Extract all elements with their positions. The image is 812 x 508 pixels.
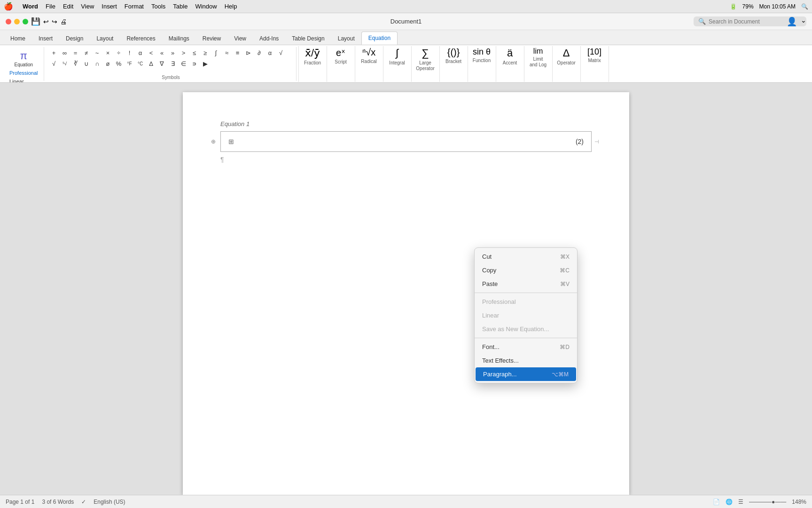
sym-percent[interactable]: % — [114, 59, 124, 69]
professional-format[interactable]: Professional — [7, 69, 41, 77]
large-operator-section[interactable]: ∑ LargeOperator — [412, 46, 440, 82]
sym-more-arrow[interactable]: ▶ — [200, 59, 211, 69]
close-button[interactable] — [6, 19, 11, 24]
tab-layout[interactable]: Layout — [90, 32, 120, 45]
accent-section[interactable]: ä Accent — [496, 46, 524, 82]
sym-degf[interactable]: °F — [125, 59, 135, 69]
radical-section[interactable]: ⁿ√x Radical — [355, 46, 383, 82]
view-web-icon[interactable]: 🌐 — [726, 499, 733, 505]
ctx-font[interactable]: Font... ⌘D — [475, 340, 577, 354]
equation-container[interactable]: ⊞ (2) — [220, 131, 592, 152]
sym-neq[interactable]: ≠ — [81, 48, 92, 58]
tab-insert[interactable]: Insert — [32, 32, 59, 45]
view-outline-icon[interactable]: ☰ — [738, 499, 743, 505]
spelling-check-icon[interactable]: ✓ — [81, 499, 86, 505]
sym-tilde[interactable]: ~ — [92, 48, 102, 58]
sym-sqrt2[interactable]: √ — [49, 59, 59, 69]
tab-view[interactable]: View — [227, 32, 253, 45]
sym-gt[interactable]: > — [179, 48, 189, 58]
matrix-section[interactable]: [10] Matrix — [581, 46, 609, 82]
sym-alpha2[interactable]: α — [265, 48, 275, 58]
ctx-copy[interactable]: Copy ⌘C — [475, 263, 577, 277]
help-menu[interactable]: Help — [225, 3, 237, 10]
linear-format[interactable]: Linear — [7, 78, 41, 83]
sym-in[interactable]: ∈ — [179, 59, 189, 69]
tab-design[interactable]: Design — [59, 32, 90, 45]
tools-menu[interactable]: Tools — [151, 3, 165, 10]
sym-gg[interactable]: » — [168, 48, 178, 58]
script-section[interactable]: eˣ Script — [327, 46, 355, 82]
tab-layout2[interactable]: Layout — [331, 32, 361, 45]
tab-references[interactable]: References — [120, 32, 162, 45]
sym-ni[interactable]: ∍ — [189, 59, 200, 69]
sym-delta[interactable]: Δ — [146, 59, 156, 69]
sym-more[interactable]: ⊳ — [243, 48, 254, 58]
sym-infinity[interactable]: ∞ — [60, 48, 70, 58]
zoom-slider[interactable]: ————●—— — [749, 499, 786, 505]
bracket-section[interactable]: {()} Bracket — [440, 46, 468, 82]
language[interactable]: English (US) — [94, 499, 125, 505]
sym-int[interactable]: ∫ — [211, 48, 221, 58]
sym-times[interactable]: × — [103, 48, 113, 58]
tab-addins[interactable]: Add-Ins — [253, 32, 285, 45]
integral-section[interactable]: ∫ Integral — [383, 46, 412, 82]
move-handle-icon[interactable]: ⊕ — [211, 138, 216, 145]
equation-button[interactable]: π Equation — [11, 48, 37, 69]
function-section[interactable]: sin θ Function — [468, 46, 496, 82]
tab-mailings[interactable]: Mailings — [162, 32, 196, 45]
toolbar-icon-print[interactable]: 🖨 — [60, 18, 67, 25]
ctx-paste[interactable]: Paste ⌘V — [475, 277, 577, 291]
table-menu[interactable]: Table — [173, 3, 187, 10]
search-icon[interactable]: 🔍 — [801, 3, 808, 10]
sym-approx[interactable]: ≈ — [222, 48, 232, 58]
sym-ll[interactable]: « — [157, 48, 167, 58]
search-input[interactable] — [709, 18, 793, 25]
sym-partial[interactable]: ∂ — [254, 48, 265, 58]
sym-leq[interactable]: ≤ — [189, 48, 200, 58]
view-print-icon[interactable]: 📄 — [713, 499, 720, 505]
sym-5throot[interactable]: ⁵√ — [60, 59, 70, 69]
tab-home[interactable]: Home — [4, 32, 32, 45]
ctx-cut[interactable]: Cut ⌘X — [475, 250, 577, 263]
tab-review[interactable]: Review — [196, 32, 227, 45]
ctx-paragraph[interactable]: Paragraph... ⌥⌘M — [476, 367, 576, 381]
toolbar-icon-save[interactable]: 💾 — [31, 17, 40, 26]
toolbar-icon-undo[interactable]: ↩ — [43, 18, 49, 25]
resize-handle[interactable]: ⊣ — [594, 139, 599, 145]
sym-lt[interactable]: < — [146, 48, 156, 58]
sym-sqrt[interactable]: √ — [276, 48, 286, 58]
minimize-button[interactable] — [14, 19, 20, 24]
insert-menu[interactable]: Insert — [102, 3, 117, 10]
sym-alpha[interactable]: α — [135, 48, 146, 58]
sym-empty[interactable]: ø — [103, 59, 113, 69]
edit-menu[interactable]: Edit — [63, 3, 73, 10]
tab-table-design[interactable]: Table Design — [285, 32, 331, 45]
sym-cbrt[interactable]: ∛ — [70, 59, 81, 69]
sym-equiv[interactable]: ≡ — [233, 48, 243, 58]
operator-section[interactable]: Δ Operator — [553, 46, 581, 82]
sym-div[interactable]: ÷ — [114, 48, 124, 58]
sym-geq[interactable]: ≥ — [200, 48, 211, 58]
sym-equals[interactable]: = — [70, 48, 81, 58]
sym-degc[interactable]: °C — [135, 59, 146, 69]
format-menu[interactable]: Format — [125, 3, 144, 10]
sym-union[interactable]: ∪ — [81, 59, 92, 69]
file-menu[interactable]: File — [46, 3, 55, 10]
sym-excl[interactable]: ! — [125, 48, 135, 58]
tab-equation[interactable]: Equation — [361, 32, 398, 45]
ribbon-collapse-icon[interactable]: ⌄ — [801, 16, 806, 27]
user-icon[interactable]: 👤 — [787, 16, 797, 27]
maximize-button[interactable] — [23, 19, 28, 24]
sym-intersect[interactable]: ∩ — [92, 59, 102, 69]
sym-exists[interactable]: ∃ — [168, 59, 178, 69]
sym-nabla[interactable]: ∇ — [157, 59, 167, 69]
limit-log-section[interactable]: lim Limitand Log — [524, 46, 553, 82]
apple-menu[interactable]: 🍎 — [4, 2, 13, 11]
ctx-text-effects[interactable]: Text Effects... — [475, 354, 577, 367]
sym-plus[interactable]: + — [49, 48, 59, 58]
app-name[interactable]: Word — [23, 3, 38, 10]
fraction-section[interactable]: x̄/ȳ Fraction — [299, 46, 327, 82]
window-menu[interactable]: Window — [195, 3, 217, 10]
view-menu[interactable]: View — [81, 3, 94, 10]
toolbar-icon-redo[interactable]: ↪ — [52, 18, 57, 25]
